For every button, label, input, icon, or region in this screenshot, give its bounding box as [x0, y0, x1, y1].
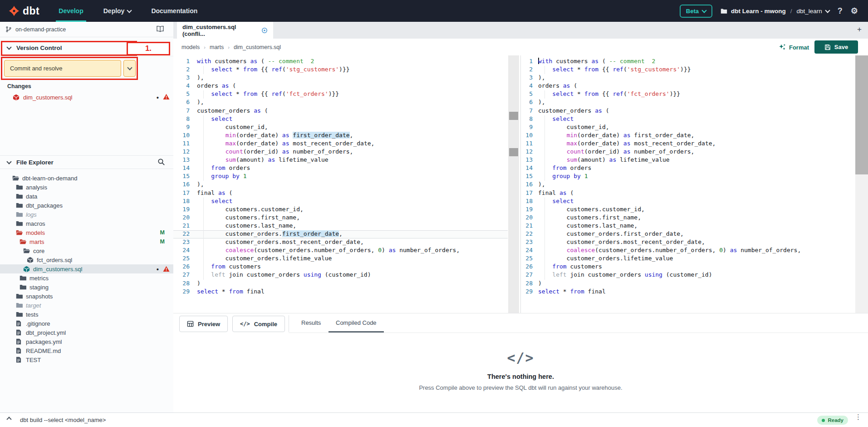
format-button[interactable]: Format	[779, 41, 809, 53]
code-line-26[interactable]: 26 from customers	[173, 263, 508, 271]
code-line-27[interactable]: 27 left join customer_orders using (cust…	[521, 271, 849, 279]
file-explorer-header[interactable]: File Explorer	[0, 155, 173, 169]
tree-item-dbt-project-yml[interactable]: dbt_project.yml	[0, 328, 173, 337]
breadcrumb-marts[interactable]: marts	[210, 44, 224, 50]
tab-results[interactable]: Results	[299, 313, 324, 333]
code-line-23[interactable]: 23 customer_orders.most_recent_order_dat…	[173, 238, 508, 247]
new-tab-button[interactable]: +	[857, 25, 862, 34]
code-line-7[interactable]: 7customer_orders as (	[173, 107, 508, 115]
command-input[interactable]: dbt build --select <model_name>	[20, 417, 106, 423]
code-line-2[interactable]: 2 select * from {{ ref('stg_customers')}…	[173, 66, 508, 74]
tree-item-staging[interactable]: staging	[0, 283, 173, 292]
code-line-9[interactable]: 9 customer_id,	[521, 124, 849, 132]
code-line-23[interactable]: 23 customer_orders.most_recent_order_dat…	[521, 238, 849, 247]
code-line-11[interactable]: 11 max(order_date) as most_recent_order_…	[521, 140, 849, 148]
gear-icon[interactable]: ⚙	[851, 7, 858, 15]
code-line-1[interactable]: 1with customers as ( -- comment 2	[173, 58, 508, 66]
code-line-14[interactable]: 14 from orders	[173, 164, 508, 173]
left-pane-scrollbar[interactable]	[508, 55, 519, 313]
tree-item-tests[interactable]: tests	[0, 310, 173, 319]
tree-item-metrics[interactable]: metrics	[0, 273, 173, 283]
code-line-5[interactable]: 5 select * from {{ ref('fct_orders')}}	[173, 90, 508, 99]
code-line-17[interactable]: 17final as (	[173, 189, 508, 198]
code-line-9[interactable]: 9 customer_id,	[173, 124, 508, 132]
code-line-19[interactable]: 19 customers.customer_id,	[521, 206, 849, 214]
code-line-4[interactable]: 4orders as (	[173, 82, 508, 90]
code-line-8[interactable]: 8 select	[173, 115, 508, 124]
code-line-3[interactable]: 3),	[521, 74, 849, 82]
nav-item-documentation[interactable]: Documentation	[141, 0, 207, 22]
docs-book-icon[interactable]	[156, 25, 164, 33]
tree-item-snapshots[interactable]: snapshots	[0, 292, 173, 301]
code-line-15[interactable]: 15 group by 1	[173, 173, 508, 181]
code-line-1[interactable]: 1with customers as ( -- comment 2	[521, 58, 849, 66]
changed-file-row[interactable]: dim_customers.sql•	[0, 92, 173, 102]
scrollbar-thumb[interactable]	[509, 112, 518, 120]
code-line-21[interactable]: 21 customers.last_name,	[521, 222, 849, 230]
beta-toggle[interactable]: Beta	[680, 5, 712, 18]
version-control-header[interactable]: Version Control	[0, 40, 173, 56]
code-line-16[interactable]: 16),	[521, 181, 849, 189]
tree-item-target[interactable]: target	[0, 301, 173, 310]
code-line-28[interactable]: 28)	[173, 280, 508, 288]
code-line-13[interactable]: 13 sum(amount) as lifetime_value	[521, 156, 849, 164]
dbt-logo[interactable]: dbt	[0, 5, 49, 17]
tree-item-packages-yml[interactable]: packages.yml	[0, 337, 173, 346]
code-line-27[interactable]: 27 left join customer_orders using (cust…	[173, 271, 508, 279]
code-line-14[interactable]: 14 from orders	[521, 164, 849, 173]
code-line-2[interactable]: 2 select * from {{ ref('stg_customers')}…	[521, 66, 849, 74]
tree-item-core[interactable]: core	[0, 246, 173, 255]
tree-item-readme-md[interactable]: README.md	[0, 346, 173, 355]
code-line-29[interactable]: 29select * from final	[521, 288, 849, 296]
tree-item-dim-customers-sql[interactable]: dim_customers.sql•	[0, 264, 173, 273]
help-icon[interactable]: ?	[838, 7, 843, 15]
code-line-5[interactable]: 5 select * from {{ ref('fct_orders')}}	[521, 90, 849, 99]
code-line-7[interactable]: 7customer_orders as (	[521, 107, 849, 115]
tree-item-macros[interactable]: macros	[0, 219, 173, 228]
tree-item-fct-orders-sql[interactable]: fct_orders.sql	[0, 255, 173, 264]
code-line-13[interactable]: 13 sum(amount) as lifetime_value	[173, 156, 508, 164]
tree-item-dbt-packages[interactable]: dbt_packages	[0, 201, 173, 210]
code-line-21[interactable]: 21 customers.last_name,	[173, 222, 508, 230]
code-line-3[interactable]: 3),	[173, 74, 508, 82]
code-line-24[interactable]: 24 coalesce(customer_orders.number_of_or…	[521, 247, 849, 255]
code-line-26[interactable]: 26 from customers	[521, 263, 849, 271]
editor-pane-right[interactable]: 1with customers as ( -- comment 22 selec…	[520, 55, 849, 313]
code-line-22[interactable]: 22 customer_orders.first_order_date,	[173, 230, 508, 238]
right-pane-scrollbar[interactable]	[855, 55, 868, 313]
commit-options-button[interactable]	[123, 60, 136, 77]
code-line-18[interactable]: 18 select	[521, 198, 849, 206]
code-line-11[interactable]: 11 max(order_date) as most_recent_order_…	[173, 140, 508, 148]
code-line-17[interactable]: 17final as (	[521, 189, 849, 198]
tree-item-models[interactable]: modelsM	[0, 228, 173, 237]
code-line-28[interactable]: 28)	[521, 280, 849, 288]
breadcrumb-file[interactable]: dim_customers.sql	[234, 44, 281, 50]
editor-pane-left[interactable]: 1with customers as ( -- comment 22 selec…	[173, 55, 508, 313]
compile-button[interactable]: </> Compile	[232, 316, 285, 332]
kebab-menu-icon[interactable]: ⋮	[855, 415, 862, 418]
tree-item-test[interactable]: TEST	[0, 355, 173, 364]
breadcrumb-models[interactable]: models	[181, 44, 200, 50]
code-line-16[interactable]: 16),	[173, 181, 508, 189]
chevron-up-icon[interactable]	[6, 417, 11, 422]
code-line-20[interactable]: 20 customers.first_name,	[521, 214, 849, 222]
code-line-12[interactable]: 12 count(order_id) as number_of_orders,	[173, 148, 508, 156]
code-line-29[interactable]: 29select * from final	[173, 288, 508, 296]
nav-item-develop[interactable]: Develop	[49, 0, 93, 22]
tree-item-marts[interactable]: martsM	[0, 237, 173, 246]
code-line-15[interactable]: 15 group by 1	[521, 173, 849, 181]
code-line-6[interactable]: 6),	[173, 99, 508, 107]
tree-item-analysis[interactable]: analysis	[0, 183, 173, 192]
tree-item-data[interactable]: data	[0, 192, 173, 201]
tree-item-dbt-learn-on-demand[interactable]: dbt-learn-on-demand	[0, 174, 173, 183]
code-line-4[interactable]: 4orders as (	[521, 82, 849, 90]
code-line-8[interactable]: 8 select	[521, 115, 849, 124]
scrollbar-thumb[interactable]	[855, 55, 868, 174]
code-line-10[interactable]: 10 min(order_date) as first_order_date,	[173, 132, 508, 140]
tree-item--gitignore[interactable]: .gitignore	[0, 319, 173, 328]
code-line-6[interactable]: 6),	[521, 99, 849, 107]
tree-item-logs[interactable]: logs	[0, 210, 173, 219]
save-button[interactable]: Save	[814, 40, 858, 54]
code-line-20[interactable]: 20 customers.first_name,	[173, 214, 508, 222]
search-icon[interactable]	[157, 158, 165, 166]
